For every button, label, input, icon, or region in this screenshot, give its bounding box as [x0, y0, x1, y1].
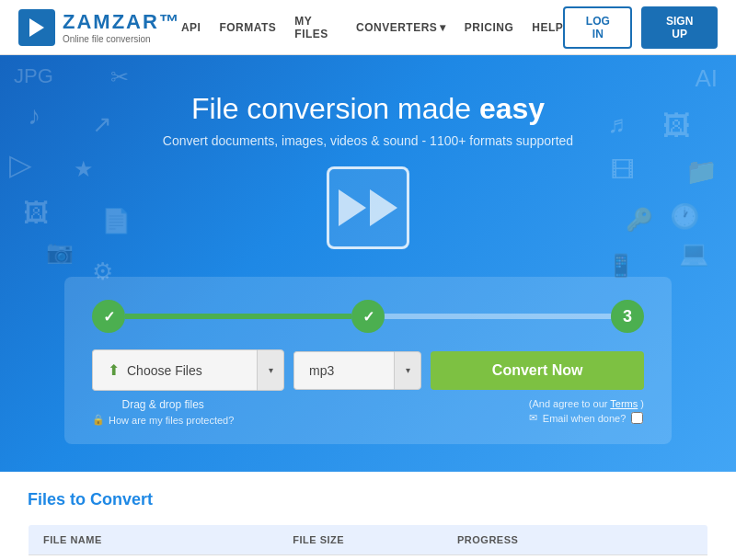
signup-button[interactable]: SIGN UP — [641, 6, 718, 49]
email-label: Email when done? — [543, 413, 627, 424]
hero-title-bold: easy — [479, 92, 545, 125]
helper-right: (And agree to our Terms ) ✉ Email when d… — [529, 398, 644, 426]
file-progress: Pending — [443, 555, 627, 561]
logo-text: ZAMZAR™ Online file conversion — [63, 10, 181, 44]
login-button[interactable]: LOG IN — [563, 6, 632, 49]
nav-api[interactable]: API — [181, 21, 201, 34]
files-section: Files to Convert FILE NAME FILE SIZE PRO… — [0, 472, 736, 560]
agree-close: ) — [640, 398, 644, 409]
nav-actions: LOG IN SIGN UP — [563, 6, 718, 49]
arrow2-icon — [370, 189, 397, 226]
remove-file-button[interactable]: ✕ — [627, 555, 707, 561]
logo-arrow-icon — [29, 18, 44, 37]
agree-text: (And agree to our Terms ) — [529, 398, 644, 409]
email-icon: ✉ — [529, 412, 537, 424]
choose-files-group: ⬆ Choose Files ▾ — [92, 349, 284, 391]
step-1-circle: ✓ — [92, 300, 125, 333]
col-progress: PROGRESS — [443, 525, 627, 555]
step-line-1 — [125, 314, 351, 319]
file-size: 11.64 MB — [278, 555, 443, 561]
files-table: FILE NAME FILE SIZE PROGRESS flipped vid… — [28, 524, 708, 560]
terms-link[interactable]: Terms — [610, 398, 638, 409]
nav-pricing[interactable]: PRICING — [465, 21, 514, 34]
files-title: Files to Convert — [28, 490, 708, 509]
col-action — [627, 525, 707, 555]
helper-row: Drag & drop files 🔒 How are my files pro… — [92, 398, 644, 426]
helper-left: Drag & drop files 🔒 How are my files pro… — [92, 398, 234, 426]
files-table-head: FILE NAME FILE SIZE PROGRESS — [29, 525, 708, 555]
hero-subtitle: Convert documents, images, videos & soun… — [18, 133, 718, 148]
dropdown-arrow-icon: ▾ — [269, 365, 273, 375]
doodle-ai: AI — [695, 64, 718, 93]
logo-name: ZAMZAR™ — [63, 10, 181, 34]
play-icon-box — [327, 166, 409, 249]
hero-title: File conversion made easy — [18, 92, 718, 126]
email-checkbox[interactable] — [631, 412, 643, 424]
file-name: flipped video.m4v — [29, 555, 279, 561]
files-title-normal: Files to — [28, 490, 90, 509]
logo-tagline: Online file conversion — [63, 34, 181, 44]
convert-now-button[interactable]: Convert Now — [431, 351, 644, 390]
doodle-scissors: ✂ — [110, 64, 129, 90]
logo-area: ZAMZAR™ Online file conversion — [18, 9, 181, 46]
hero-section: JPG ♪ ▷ 🖼 📷 ✂ ↗ ★ 📄 ⚙ AI 🖼 📁 🕐 ♬ 🎞 🔑 💻 📱… — [0, 55, 736, 472]
doodle-phone: 📱 — [607, 253, 635, 279]
nav-converters[interactable]: CONVERTERS ▾ — [356, 21, 446, 34]
format-group: mp3 ▾ — [293, 351, 421, 390]
col-filesize: FILE SIZE — [278, 525, 443, 555]
step-line-2 — [385, 314, 611, 319]
files-title-color: Convert — [90, 490, 153, 509]
converter-widget: ✓ ✓ 3 ⬆ Choose Files ▾ mp3 ▾ — [64, 277, 672, 444]
lock-icon: 🔒 — [92, 414, 105, 426]
hero-title-normal: File conversion made — [191, 92, 479, 125]
choose-files-dropdown[interactable]: ▾ — [257, 349, 284, 391]
email-row: ✉ Email when done? — [529, 412, 644, 424]
format-dropdown[interactable]: ▾ — [394, 351, 421, 390]
protected-link[interactable]: 🔒 How are my files protected? — [92, 414, 234, 426]
logo-box — [18, 9, 55, 46]
upload-icon: ⬆ — [108, 361, 120, 379]
choose-files-button[interactable]: ⬆ Choose Files — [92, 349, 257, 391]
files-table-body: flipped video.m4v 11.64 MB Pending ✕ — [29, 555, 708, 561]
progress-steps: ✓ ✓ 3 — [92, 300, 644, 333]
arrow1-icon — [339, 189, 366, 226]
nav-formats[interactable]: FORMATS — [219, 21, 276, 34]
agree-prefix: (And agree to our — [529, 398, 608, 409]
converter-form: ⬆ Choose Files ▾ mp3 ▾ Convert Now — [92, 349, 644, 391]
format-display: mp3 — [293, 351, 394, 390]
double-arrow-icon — [339, 189, 397, 226]
table-row: flipped video.m4v 11.64 MB Pending ✕ — [29, 555, 708, 561]
drag-drop-text: Drag & drop files — [92, 398, 234, 411]
col-filename: FILE NAME — [29, 525, 279, 555]
nav: API FORMATS MY FILES CONVERTERS ▾ PRICIN… — [181, 15, 563, 40]
step-2-circle: ✓ — [351, 300, 385, 333]
files-table-header-row: FILE NAME FILE SIZE PROGRESS — [29, 525, 708, 555]
choose-files-label: Choose Files — [127, 363, 202, 378]
nav-help[interactable]: HELP — [532, 21, 563, 34]
nav-my-files[interactable]: MY FILES — [294, 15, 338, 40]
header: ZAMZAR™ Online file conversion API FORMA… — [0, 0, 736, 55]
protected-link-text: How are my files protected? — [109, 415, 234, 426]
format-dropdown-arrow-icon: ▾ — [406, 365, 410, 375]
step-3-circle: 3 — [611, 300, 644, 333]
play-icon-container — [18, 166, 718, 249]
doodle-jpg: JPG — [14, 64, 53, 88]
